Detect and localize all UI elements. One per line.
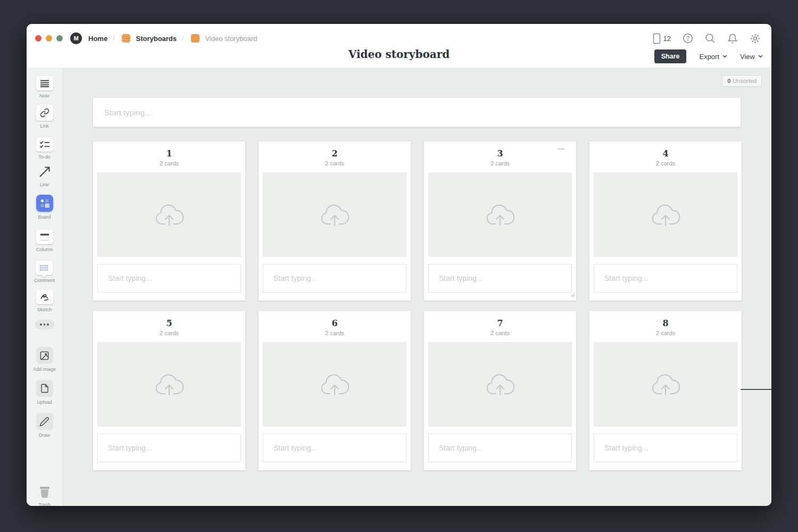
bell-icon bbox=[727, 33, 738, 44]
device-count: 12 bbox=[663, 35, 671, 43]
tool-trash[interactable]: Trash bbox=[36, 485, 53, 506]
chevron-down-icon bbox=[758, 55, 763, 58]
tool-note[interactable]: Note bbox=[36, 76, 53, 98]
image-upload-dropzone[interactable] bbox=[428, 342, 572, 427]
line-arrow-icon bbox=[36, 164, 53, 179]
search-button[interactable] bbox=[705, 33, 716, 44]
image-upload-dropzone[interactable] bbox=[263, 172, 406, 257]
tool-line[interactable]: Line bbox=[36, 164, 53, 187]
board-text-input[interactable]: Start typing... bbox=[97, 264, 241, 293]
tool-sketch[interactable]: Sketch bbox=[36, 290, 53, 312]
tool-more[interactable] bbox=[35, 320, 54, 329]
header-icon-group: 12 ? bbox=[653, 33, 761, 44]
board-card[interactable]: 6 2 cards Start typing... bbox=[259, 311, 411, 470]
settings-button[interactable] bbox=[750, 33, 761, 44]
board-text-input[interactable]: Start typing... bbox=[263, 264, 406, 293]
app-logo[interactable]: M bbox=[70, 32, 82, 44]
line-element[interactable] bbox=[741, 389, 771, 390]
storyboards-board-icon bbox=[122, 34, 130, 43]
board-card[interactable]: 5 2 cards Start typing... bbox=[93, 311, 245, 470]
board-number: 6 bbox=[263, 318, 406, 328]
board-card-count: 2 cards bbox=[97, 160, 241, 167]
cloud-upload-icon bbox=[649, 202, 683, 228]
breadcrumb-home[interactable]: Home bbox=[88, 35, 107, 43]
board-card-count: 2 cards bbox=[594, 330, 737, 336]
minimize-window-button[interactable] bbox=[46, 35, 52, 41]
board-number: 2 bbox=[263, 148, 406, 159]
tool-label: Add image bbox=[33, 367, 56, 372]
board-card-count: 2 cards bbox=[428, 330, 572, 336]
image-upload-dropzone[interactable] bbox=[428, 172, 572, 257]
tool-add-image[interactable]: Add image bbox=[33, 347, 56, 372]
maximize-window-button[interactable] bbox=[56, 35, 63, 41]
cloud-upload-icon bbox=[152, 371, 186, 398]
view-menu-button[interactable]: View bbox=[740, 53, 763, 61]
todo-icon bbox=[36, 137, 53, 152]
board-text-input[interactable]: Start typing... bbox=[428, 434, 572, 462]
drag-handle[interactable] bbox=[558, 148, 564, 149]
unsorted-badge[interactable]: 0 Unsorted bbox=[722, 75, 762, 87]
chevron-down-icon bbox=[722, 55, 727, 58]
image-upload-dropzone[interactable] bbox=[97, 342, 241, 427]
note-icon bbox=[36, 76, 53, 90]
image-upload-dropzone[interactable] bbox=[594, 172, 737, 257]
notifications-button[interactable] bbox=[727, 33, 738, 44]
image-upload-dropzone[interactable] bbox=[97, 172, 241, 257]
breadcrumb-separator: / bbox=[182, 35, 184, 42]
canvas-note-input[interactable]: Start typing... bbox=[93, 98, 741, 127]
add-image-icon bbox=[36, 347, 53, 364]
board-card[interactable]: 2 2 cards Start typing... bbox=[259, 142, 411, 301]
board-text-input[interactable]: Start typing... bbox=[263, 434, 406, 462]
header: M Home / Storyboards / Video storyboard … bbox=[27, 24, 771, 68]
cloud-upload-icon bbox=[318, 371, 352, 398]
board-card[interactable]: 7 2 cards Start typing... bbox=[424, 311, 576, 470]
board-card[interactable]: 1 2 cards Start typing... bbox=[93, 142, 245, 301]
tool-todo[interactable]: To-do bbox=[36, 137, 53, 160]
header-top-row: M Home / Storyboards / Video storyboard … bbox=[27, 24, 771, 47]
tool-link[interactable]: Link bbox=[36, 105, 53, 129]
tool-board-selected[interactable]: Board bbox=[36, 195, 53, 220]
export-menu-button[interactable]: Export bbox=[699, 53, 727, 61]
board-card[interactable]: 4 2 cards Start typing... bbox=[589, 142, 742, 301]
tool-upload[interactable]: Upload bbox=[36, 380, 53, 405]
tool-label: Column bbox=[36, 247, 53, 252]
board-number: 4 bbox=[594, 148, 737, 159]
tool-label: Line bbox=[40, 182, 49, 187]
board-number: 1 bbox=[97, 148, 241, 159]
board-text-input[interactable]: Start typing... bbox=[97, 434, 241, 462]
view-label: View bbox=[740, 53, 755, 61]
search-icon bbox=[705, 33, 716, 44]
comment-icon bbox=[36, 261, 53, 275]
mobile-devices-button[interactable]: 12 bbox=[653, 33, 671, 44]
header-title-row: Video storyboard Share Export View bbox=[27, 47, 771, 68]
board-text-input[interactable]: Start typing... bbox=[594, 434, 737, 462]
resize-handle[interactable] bbox=[569, 290, 575, 300]
tool-comment[interactable]: Comment bbox=[34, 261, 55, 283]
board-text-input[interactable]: Start typing... bbox=[594, 264, 737, 293]
cloud-upload-icon bbox=[649, 371, 683, 398]
tool-column[interactable]: Column bbox=[36, 230, 53, 252]
tool-draw[interactable]: Draw bbox=[36, 413, 53, 438]
board-number: 8 bbox=[594, 318, 737, 328]
breadcrumb-storyboards[interactable]: Storyboards bbox=[136, 35, 177, 43]
help-button[interactable]: ? bbox=[683, 33, 693, 44]
board-card[interactable]: 8 2 cards Start typing... bbox=[589, 311, 742, 470]
tool-label: To-do bbox=[38, 154, 51, 160]
image-upload-dropzone[interactable] bbox=[594, 342, 737, 427]
help-icon: ? bbox=[683, 33, 693, 44]
current-board-icon bbox=[191, 34, 200, 43]
app-window: M Home / Storyboards / Video storyboard … bbox=[27, 24, 771, 506]
column-icon bbox=[36, 230, 53, 244]
tool-label: Note bbox=[39, 93, 49, 98]
tool-label: Board bbox=[38, 214, 51, 220]
board-canvas[interactable]: 0 Unsorted Start typing... 1 2 cards Sta… bbox=[63, 68, 771, 506]
tool-label: Comment bbox=[34, 278, 55, 283]
board-text-input[interactable]: Start typing... bbox=[428, 264, 572, 293]
board-card[interactable]: 3 2 cards Start typing... bbox=[424, 142, 576, 301]
image-upload-dropzone[interactable] bbox=[263, 342, 406, 427]
more-tools-icon bbox=[35, 320, 54, 329]
share-button[interactable]: Share bbox=[654, 49, 687, 63]
sketch-icon bbox=[36, 290, 53, 304]
page-title: Video storyboard bbox=[348, 48, 450, 61]
close-window-button[interactable] bbox=[35, 35, 41, 41]
